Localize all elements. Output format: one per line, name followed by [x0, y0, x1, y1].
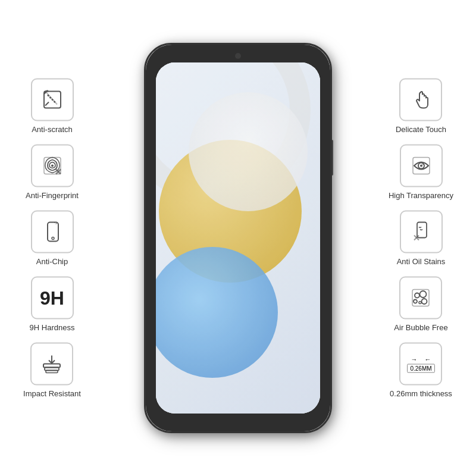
svg-point-23 [415, 293, 419, 298]
svg-point-18 [422, 163, 424, 165]
arrow-left: ← [424, 355, 431, 362]
phone-wrapper [146, 45, 330, 431]
feature-thickness: → ← 0.26MM 0.26mm thickness [390, 343, 452, 398]
feature-delicate-touch: Delicate Touch [396, 79, 446, 134]
thickness-icon-box: → ← 0.26MM [399, 343, 442, 386]
anti-chip-label: Anti-Chip [36, 257, 68, 266]
bubble-icon-box [399, 277, 442, 320]
arrow-right: → [411, 355, 417, 362]
9h-hardness-label: 9H Hardness [30, 323, 75, 332]
thickness-label: 0.26mm thickness [390, 389, 452, 398]
svg-point-26 [422, 299, 427, 304]
anti-fingerprint-label: Anti-Fingerprint [26, 191, 79, 200]
transparency-icon-box [400, 145, 443, 187]
measurement-value: 0.26MM [410, 365, 431, 371]
svg-rect-11 [43, 364, 60, 368]
svg-rect-9 [48, 223, 58, 242]
feature-anti-oil-stains: Anti Oil Stains [397, 211, 446, 266]
thickness-inner: → ← 0.26MM [407, 355, 434, 372]
feature-9h-hardness: 9H 9H Hardness [30, 277, 75, 332]
anti-fingerprint-icon-box [31, 145, 74, 187]
feature-anti-chip: Anti-Chip [31, 211, 74, 266]
bubble-icon [408, 285, 434, 311]
svg-line-2 [45, 102, 49, 106]
9h-icon-box: 9H [31, 277, 74, 320]
9h-label: 9H [40, 287, 64, 309]
svg-rect-13 [46, 371, 58, 373]
measurement-box: 0.26MM [407, 364, 434, 372]
impact-icon [39, 351, 65, 377]
high-transparency-label: High Transparency [389, 191, 453, 200]
thickness-arrows: → ← [411, 355, 431, 362]
main-container: Anti-scratch Anti-Fingerprint [0, 0, 476, 476]
right-features: Delicate Touch High Transparency [372, 79, 470, 398]
svg-point-25 [414, 300, 417, 303]
anti-oil-label: Anti Oil Stains [397, 257, 446, 266]
touch-icon [408, 87, 434, 113]
touch-icon-box [399, 79, 442, 121]
svg-point-6 [51, 165, 54, 167]
oil-icon [408, 219, 434, 245]
feature-high-transparency: High Transparency [389, 145, 453, 200]
anti-chip-icon-box [31, 211, 74, 253]
fingerprint-icon [39, 153, 65, 179]
glass-protector [144, 43, 332, 433]
svg-point-27 [419, 302, 421, 304]
oil-icon-box [400, 211, 443, 253]
impact-resistant-label: Impact Resistant [23, 389, 81, 398]
svg-point-24 [420, 291, 427, 298]
feature-anti-fingerprint: Anti-Fingerprint [26, 145, 79, 200]
feature-anti-scratch: Anti-scratch [31, 79, 74, 134]
impact-icon-box [30, 343, 73, 386]
feature-impact-resistant: Impact Resistant [23, 343, 81, 398]
scratch-icon [39, 87, 65, 113]
air-bubble-label: Air Bubble Free [394, 323, 447, 332]
chip-icon [39, 219, 65, 245]
anti-scratch-label: Anti-scratch [32, 125, 73, 134]
anti-scratch-icon-box [31, 79, 74, 121]
svg-point-10 [52, 237, 54, 240]
feature-air-bubble-free: Air Bubble Free [394, 277, 447, 332]
eye-icon [408, 153, 434, 179]
svg-point-17 [420, 165, 422, 167]
left-features: Anti-scratch Anti-Fingerprint [6, 79, 98, 398]
delicate-touch-label: Delicate Touch [396, 125, 446, 134]
